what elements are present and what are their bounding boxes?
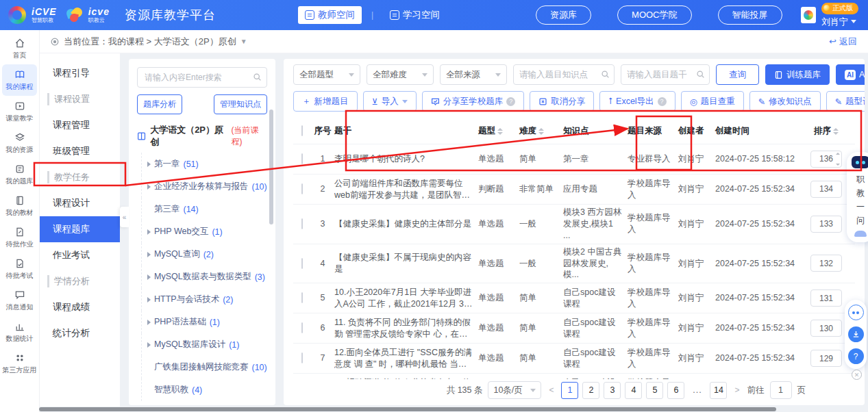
rail-item-third-party-apps[interactable]: 第三方应用 xyxy=(2,348,37,379)
sort-order-input[interactable]: 134 xyxy=(810,181,842,198)
page-number-button[interactable]: 5 xyxy=(646,382,663,399)
sort-icon[interactable] xyxy=(833,128,839,135)
chapter-node[interactable]: 企业经济业务核算与报告 (10) xyxy=(141,175,267,198)
breadcrumb-caret-icon[interactable]: ▼ xyxy=(240,38,247,45)
tab-teacher-space[interactable]: 教师空间 xyxy=(298,6,362,24)
bank-analysis-button[interactable]: 题库分析 xyxy=(137,94,182,114)
horizontal-scrollbar[interactable] xyxy=(39,407,776,411)
row-checkbox[interactable] xyxy=(301,352,303,363)
help-icon[interactable]: ? xyxy=(658,97,667,106)
rail-item-statistics[interactable]: 数据统计 xyxy=(2,316,37,348)
question-stem[interactable]: 李明是哪个朝代的诗人? xyxy=(334,153,473,165)
tree-search-input[interactable] xyxy=(137,67,267,88)
rail-item-my-resources[interactable]: 我的资源 xyxy=(2,127,37,159)
user-menu[interactable]: 刘肖宁 xyxy=(821,16,856,28)
download-button[interactable] xyxy=(848,326,864,342)
modify-knowledge-points-button[interactable]: ✎ 修改知识点 xyxy=(749,91,821,112)
next-page-button[interactable]: > xyxy=(732,385,741,395)
smart-cast-button[interactable]: 智能投屏 xyxy=(718,5,782,25)
breadcrumb-path[interactable]: 我的课程 > 大学语文（2P）原创 xyxy=(108,36,236,48)
cancel-share-button[interactable]: 取消分享 xyxy=(530,91,594,112)
source-select[interactable]: 全部来源 xyxy=(440,64,507,85)
manage-knowledge-points-button[interactable]: 管理知识点 xyxy=(214,94,267,114)
menu-item-homework-exams[interactable]: 作业考试 xyxy=(39,242,120,268)
question-stem[interactable]: 12.面向全体员工进行 "SSC服务的满意度 调 查" 时，哪种时机最恰 当？（… xyxy=(334,347,473,370)
excel-export-button[interactable]: ⭡ Excel导出 ? xyxy=(599,91,675,112)
question-type-select[interactable]: 全部题型 xyxy=(293,64,360,85)
row-checkbox[interactable] xyxy=(301,153,303,164)
page-number-button[interactable]: ... xyxy=(689,382,706,399)
query-button[interactable]: 查询 xyxy=(716,64,759,85)
import-button[interactable]: ⊻导入 xyxy=(363,91,417,112)
sort-order-input[interactable]: 133 xyxy=(810,216,842,233)
difficulty-select[interactable]: 全部难度 xyxy=(367,64,434,85)
menu-item-statistical-analysis[interactable]: 统计分析 xyxy=(39,320,120,346)
share-to-school-bank-button[interactable]: 分享至学校题库 ? xyxy=(422,91,525,112)
sort-order-input[interactable]: 131 xyxy=(810,289,842,307)
stepper-icons[interactable] xyxy=(836,153,840,166)
chapter-node[interactable]: MySQL数据表与数据类型 (3) xyxy=(141,266,267,288)
sort-icon[interactable] xyxy=(497,128,503,135)
help-button[interactable]: ? xyxy=(848,348,864,364)
menu-item-course-management[interactable]: 课程管理 xyxy=(39,112,120,138)
rail-item-my-question-bank[interactable]: 我的题库 xyxy=(2,159,37,190)
chapter-node[interactable]: 智慧职教 (4) xyxy=(141,378,267,401)
ai-button[interactable]: AI A xyxy=(836,64,865,85)
chapter-node[interactable]: PHP语法基础 (1) xyxy=(141,311,267,333)
menu-item-course-guide[interactable]: 课程引导 xyxy=(39,60,120,86)
rail-item-home[interactable]: 首页 xyxy=(2,33,37,64)
col-sort[interactable]: 排序 xyxy=(806,125,847,137)
rail-item-my-courses[interactable]: 我的课程 xyxy=(2,64,37,96)
help-icon[interactable]: ? xyxy=(506,97,515,106)
chapter-node[interactable]: 广铁集团接触网技能竞赛 (10) xyxy=(141,356,267,378)
rail-item-pending-homework[interactable]: 待批作业 xyxy=(2,222,37,253)
resource-library-button[interactable]: 资源库 xyxy=(536,5,591,25)
col-difficulty[interactable]: 难度 xyxy=(519,125,563,137)
assistant-widget[interactable]: 职 教 一 问 xyxy=(847,152,868,242)
row-checkbox[interactable] xyxy=(301,292,303,303)
menu-item-course-design[interactable]: 课程设计 xyxy=(39,190,120,216)
expand-caret-icon[interactable] xyxy=(147,229,151,235)
add-question-button[interactable]: ＋新增题目 xyxy=(293,91,358,112)
close-floating-toolbar-button[interactable]: ✕ xyxy=(852,370,862,380)
back-button[interactable]: ↩ 返回 xyxy=(829,36,857,48)
page-number-button[interactable]: 6 xyxy=(667,382,684,399)
menu-item-class-management[interactable]: 班级管理 xyxy=(39,138,120,164)
training-bank-button[interactable]: 训练题库 xyxy=(765,64,830,85)
mooc-college-button[interactable]: MOOC学院 xyxy=(617,5,691,25)
expand-caret-icon[interactable] xyxy=(147,274,151,280)
duplicate-check-button[interactable]: ◎ 题目查重 xyxy=(681,91,744,112)
tree-scrollbar[interactable] xyxy=(269,110,273,224)
chapter-node[interactable]: MySQL数据库设计 (1) xyxy=(141,333,267,356)
question-stem[interactable]: 【健康史采集】健康史的主体部分是 xyxy=(334,218,473,230)
rail-item-pending-exams[interactable]: 待批考试 xyxy=(2,253,37,285)
course-root[interactable]: 大学语文（2P）原创 (当前课程) xyxy=(137,124,267,149)
rail-item-notifications[interactable]: 消息通知 xyxy=(2,285,37,316)
expand-caret-icon[interactable] xyxy=(147,297,151,302)
page-number-button[interactable]: 14 xyxy=(710,382,727,399)
question-type-settings-button[interactable]: ✎ 题型设置 xyxy=(826,91,865,112)
question-stem[interactable]: 10.小王2020年7月1日 大学毕业即进入A公司 工作，截止2021年12月 … xyxy=(334,287,473,310)
expand-caret-icon[interactable] xyxy=(147,320,151,325)
chapter-node[interactable]: MySQL查询 (2) xyxy=(141,243,267,266)
sort-order-input[interactable]: 130 xyxy=(810,320,842,337)
rail-item-classroom-teaching[interactable]: 课堂教学 xyxy=(2,96,37,127)
select-all-checkbox[interactable] xyxy=(301,125,303,136)
question-stem[interactable]: 11. 负责将不同 的业务部门特殊的假勤 管理需求反馈给专家中 心，在专业中心的… xyxy=(334,317,473,340)
sort-order-input[interactable]: 132 xyxy=(810,255,842,272)
row-checkbox[interactable] xyxy=(301,218,303,229)
expand-caret-icon[interactable] xyxy=(147,184,151,190)
app-icon[interactable] xyxy=(801,7,816,23)
row-checkbox[interactable] xyxy=(301,183,303,194)
page-number-button[interactable]: 1 xyxy=(561,382,578,399)
sort-order-input[interactable]: 136 xyxy=(810,151,842,168)
chapter-node[interactable]: HTTP与会话技术 (2) xyxy=(141,288,267,311)
menu-item-course-grades[interactable]: 课程成绩 xyxy=(39,294,120,320)
row-checkbox[interactable] xyxy=(301,258,303,269)
question-stem[interactable]: 【健康史采集】不属于现病史的内容是 xyxy=(334,252,473,275)
menu-item-course-question-bank[interactable]: 课程题库 xyxy=(39,216,120,242)
chapter-node[interactable]: 第三章 (14) xyxy=(141,198,267,220)
expand-caret-icon[interactable] xyxy=(147,252,151,257)
expand-caret-icon[interactable] xyxy=(147,342,151,348)
col-type[interactable]: 题型 xyxy=(478,125,519,137)
